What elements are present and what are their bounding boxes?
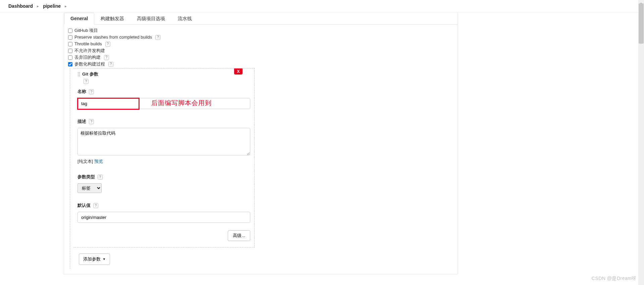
add-parameter-label: 添加参数 [83, 256, 101, 262]
help-icon[interactable]: ? [98, 175, 103, 180]
help-icon[interactable]: ? [93, 203, 98, 208]
tab-build-triggers[interactable]: 构建触发器 [94, 13, 130, 25]
label-discard-old: 丢弃旧的构建 [74, 54, 101, 60]
help-icon[interactable]: ? [155, 35, 160, 40]
add-parameter-button[interactable]: 添加参数 ▼ [79, 253, 110, 265]
git-parameter-block: X Git 参数 ? 名称 ? 后面编写脚本会用到 [73, 68, 255, 247]
default-value-input[interactable] [77, 212, 250, 223]
label-no-concurrent: 不允许并发构建 [74, 48, 105, 54]
tab-general[interactable]: General [64, 13, 94, 25]
label-parameterized: 参数化构建过程 [74, 61, 105, 67]
watermark: CSDN @是Dream呀 [592, 276, 637, 282]
delete-parameter-button[interactable]: X [234, 68, 243, 75]
param-type-label: 参数类型 [77, 174, 95, 180]
breadcrumb-pipeline[interactable]: pipeline [43, 3, 61, 9]
chevron-right-icon: ▸ [37, 4, 39, 8]
help-icon[interactable]: ? [89, 119, 94, 124]
checkbox-preserve-stashes[interactable] [68, 35, 72, 40]
vertical-scrollbar[interactable]: ▴ [638, 0, 644, 285]
tab-content-general: GitHub 项目 Preserve stashes from complete… [64, 25, 458, 274]
breadcrumb-dashboard[interactable]: Dashboard [8, 3, 33, 9]
description-label: 描述 [77, 118, 86, 125]
preview-link[interactable]: 预览 [94, 159, 103, 164]
name-input[interactable] [77, 98, 250, 109]
scrollbar-thumb[interactable] [639, 3, 644, 44]
chevron-down-icon: ▼ [103, 257, 106, 261]
default-value-label: 默认值 [77, 202, 91, 208]
label-github-project: GitHub 项目 [74, 28, 98, 34]
help-icon[interactable]: ? [89, 89, 94, 94]
checkbox-github-project[interactable] [68, 29, 72, 33]
help-icon[interactable]: ? [108, 62, 113, 67]
config-panel: General 构建触发器 高级项目选项 流水线 GitHub 项目 Prese… [64, 12, 458, 274]
help-icon[interactable]: ? [105, 42, 110, 47]
description-textarea[interactable]: 根据标签拉取代码 [77, 128, 250, 155]
label-preserve-stashes: Preserve stashes from completed builds [74, 34, 152, 40]
tabs: General 构建触发器 高级项目选项 流水线 [64, 12, 458, 25]
advanced-button[interactable]: 高级... [228, 230, 250, 241]
checkbox-discard-old[interactable] [68, 55, 72, 60]
tab-pipeline[interactable]: 流水线 [171, 13, 198, 25]
parameter-title: Git 参数 [82, 71, 98, 77]
plain-text-label: [纯文本] [77, 159, 93, 164]
checkbox-parameterized[interactable] [68, 62, 72, 66]
chevron-right-icon: ▸ [65, 4, 67, 8]
drag-handle-icon[interactable] [77, 72, 80, 77]
param-type-select[interactable]: 标签 [77, 183, 102, 193]
help-icon[interactable]: ? [104, 55, 109, 60]
checkbox-throttle-builds[interactable] [68, 42, 72, 46]
label-throttle-builds: Throttle builds [74, 41, 102, 47]
help-icon[interactable]: ? [84, 79, 89, 84]
parameterized-section: X Git 参数 ? 名称 ? 后面编写脚本会用到 [70, 68, 453, 269]
checkbox-no-concurrent[interactable] [68, 49, 72, 53]
breadcrumb: Dashboard ▸ pipeline ▸ [0, 0, 644, 12]
tab-advanced-project-options[interactable]: 高级项目选项 [130, 13, 171, 25]
name-label: 名称 [77, 89, 86, 95]
